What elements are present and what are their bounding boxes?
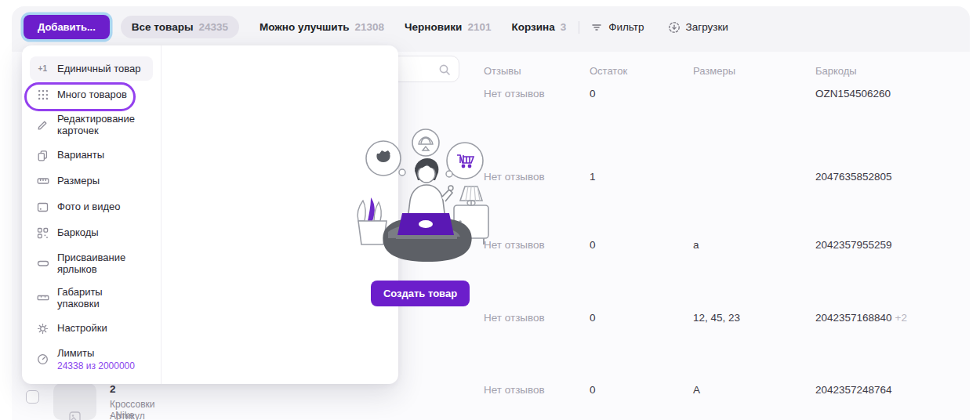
cell-sizes: a — [693, 239, 699, 251]
menu-item-many-products[interactable]: Много товаров — [30, 82, 153, 107]
menu-item-settings[interactable]: Настройки — [30, 317, 153, 341]
search-icon — [437, 63, 452, 77]
menu-item-limits[interactable]: Лимиты 24338 из 2000000 — [30, 342, 153, 376]
tab-count: 2101 — [467, 21, 491, 33]
menu-item-single-product[interactable]: +1 Единичный товар — [30, 56, 153, 81]
cell-sizes: 12, 45, 23 — [693, 312, 740, 324]
tab-drafts[interactable]: Черновики 2101 — [405, 21, 491, 33]
add-button[interactable]: Добавить... — [24, 15, 110, 39]
limits-usage-link[interactable]: 24338 из 2000000 — [57, 360, 135, 371]
product-article: Артикул WB-207215432 — [110, 411, 157, 420]
gauge-icon — [36, 353, 49, 365]
menu-item-variants[interactable]: Варианты — [30, 143, 153, 168]
image-placeholder-icon — [69, 411, 81, 420]
barcode-icon — [36, 227, 49, 239]
product-title: 2 — [110, 383, 116, 395]
products-page: Добавить... Все товары 24335 Можно улучш… — [0, 0, 980, 420]
menu-item-barcodes[interactable]: Баркоды — [30, 221, 153, 245]
cell-sizes: A — [693, 384, 700, 396]
download-circle-icon — [668, 21, 681, 34]
tag-icon — [36, 257, 49, 270]
tab-label: Все товары — [132, 21, 194, 33]
cell-barcode: 2047635852805 — [815, 171, 895, 183]
tab-trash[interactable]: Корзина 3 — [511, 21, 566, 33]
column-header-reviews: Отзывы — [484, 65, 521, 77]
cell-stock: 0 — [590, 88, 596, 100]
tab-all-products[interactable]: Все товары 24335 — [121, 16, 239, 38]
dropdown-content: Создать товар — [162, 45, 398, 384]
package-icon — [36, 291, 49, 304]
cell-reviews: Нет отзывов — [484, 312, 545, 324]
tab-count: 24335 — [198, 21, 228, 33]
cell-stock: 0 — [590, 239, 596, 251]
create-product-button[interactable]: Создать товар — [371, 281, 470, 306]
menu-item-sizes[interactable]: Размеры — [30, 169, 153, 194]
toolbar: Добавить... Все товары 24335 Можно улучш… — [24, 15, 728, 39]
variants-icon — [36, 150, 49, 161]
tab-count: 3 — [561, 21, 567, 33]
product-thumbnail — [53, 383, 96, 420]
tab-label: Черновики — [405, 21, 462, 33]
cell-barcode: 2042357955259 — [815, 239, 895, 251]
tab-label: Корзина — [511, 21, 554, 33]
column-header-sizes: Размеры — [693, 65, 735, 77]
menu-item-edit-cards[interactable]: Редактирование карточек — [30, 108, 153, 142]
pencil-icon — [36, 119, 49, 131]
tab-count: 21308 — [355, 21, 385, 33]
row-checkbox[interactable] — [26, 390, 39, 404]
cell-barcode: OZN154506260 — [815, 88, 894, 100]
column-header-barcodes: Баркоды — [815, 65, 857, 77]
plus-one-icon: +1 — [36, 64, 49, 73]
cell-stock: 0 — [590, 384, 596, 396]
tab-label: Можно улучшить — [260, 21, 350, 33]
tab-can-improve[interactable]: Можно улучшить 21308 — [260, 21, 384, 33]
cell-stock: 1 — [590, 171, 596, 183]
filter-button[interactable]: Фильтр — [590, 21, 644, 34]
gear-icon — [36, 323, 49, 335]
grid-icon — [36, 89, 49, 100]
create-product-illustration — [346, 125, 506, 270]
ruler-icon — [36, 175, 49, 187]
uploads-label: Загрузки — [686, 21, 728, 33]
filter-icon — [590, 21, 603, 34]
menu-item-photo-video[interactable]: Фото и видео — [30, 195, 153, 219]
uploads-button[interactable]: Загрузки — [668, 21, 728, 34]
cell-reviews: Нет отзывов — [484, 384, 545, 396]
cell-barcode: 2042357248764 — [815, 384, 895, 396]
filter-label: Фильтр — [608, 21, 644, 33]
column-header-stock: Остаток — [590, 65, 627, 77]
cell-reviews: Нет отзывов — [484, 88, 545, 100]
add-dropdown-menu: +1 Единичный товар Много товаров — [22, 45, 398, 384]
dropdown-menu-list: +1 Единичный товар Много товаров — [22, 45, 162, 384]
menu-item-assign-labels[interactable]: Присваивание ярлыков — [30, 247, 153, 281]
cell-stock: 0 — [590, 312, 596, 324]
toolbar-divider — [579, 21, 579, 34]
menu-item-package-dimensions[interactable]: Габариты упаковки — [30, 281, 153, 315]
cell-barcode: 2042357168840+2 — [815, 312, 907, 324]
photo-icon — [36, 201, 49, 213]
